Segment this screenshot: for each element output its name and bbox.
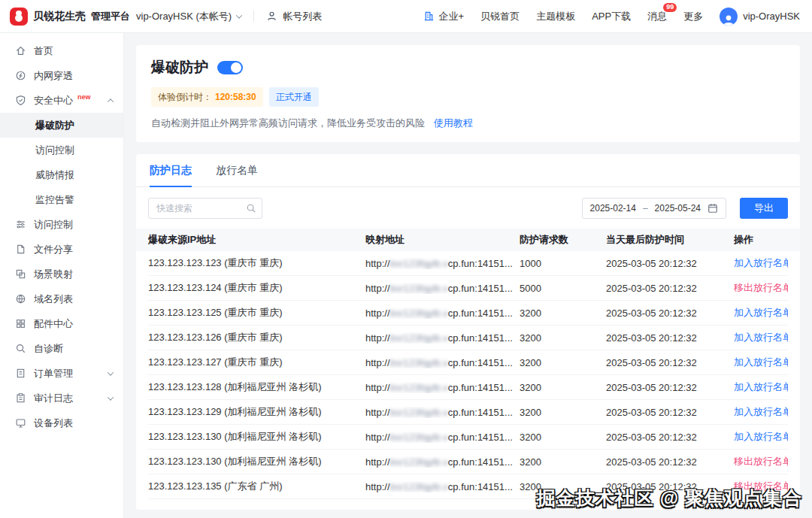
table-header-row: 爆破来源IP地址 映射地址 防护请求数 当天最后防护时间 操作	[136, 229, 800, 251]
add-to-allowlist-link[interactable]: 加入放行名单	[734, 332, 788, 343]
domain-list-icon	[15, 293, 27, 304]
sidebar-item-scene-mapping[interactable]: 场景映射	[0, 262, 123, 286]
diagnose-icon	[15, 343, 27, 354]
sidebar-item-self-diagnose[interactable]: 自诊断	[0, 336, 123, 361]
log-card: 防护日志 放行名单 2025-02-14 – 2025-05-24 导出	[136, 154, 800, 510]
last-protect-time: 2025-03-05 20:12:32	[606, 283, 734, 294]
sidebar-item-access-control[interactable]: 访问控制	[0, 212, 123, 237]
nav-theme-template[interactable]: 主题模板	[536, 10, 575, 23]
col-last-protect-time: 当天最后防护时间	[606, 233, 734, 247]
mapped-address: http://bsr123fqylb.vcp.fun:14151...	[365, 432, 520, 443]
sidebar-item-threat-intel[interactable]: 威胁情报	[0, 162, 123, 187]
sidebar-item-audit-log[interactable]: 审计日志	[0, 386, 123, 410]
top-header: 贝锐花生壳 管理平台 vip-OrayHSK (本帐号) 帐号列表 企业+ 贝锐…	[0, 0, 812, 33]
chevron-down-icon	[236, 12, 242, 18]
chevron-up-icon	[108, 98, 114, 105]
mapped-address: http://bsr123fqylb.vcp.fun:14151...	[365, 332, 520, 344]
sidebar-item-home[interactable]: 首页	[0, 38, 123, 63]
last-protect-time: 2025-03-05 20:12:32	[606, 382, 734, 393]
request-count: 3200	[520, 456, 606, 468]
last-protect-time: 2025-03-05 20:12:32	[606, 307, 734, 319]
sidebar-item-intranet-tunnel[interactable]: 内网穿透	[0, 63, 123, 88]
add-to-allowlist-link[interactable]: 加入放行名单	[734, 307, 788, 318]
request-count: 3200	[520, 432, 606, 443]
mapped-address-blurred: bsr123fqylb.v	[390, 283, 448, 294]
table-row: 123.123.123.130 (加利福尼亚州 洛杉矶) http://bsr1…	[148, 425, 788, 450]
sidebar: 首页 内网穿透 安全中心 new 爆破防护 访问控制 威胁情报 监控告警 访问控…	[0, 33, 124, 518]
last-protect-time: 2025-03-05 20:12:32	[606, 357, 734, 368]
tab-allow-list[interactable]: 放行名单	[216, 164, 258, 186]
mapped-address-blurred: bsr123fqylb.v	[390, 456, 448, 468]
mapped-address-blurred: bsr123fqylb.v	[390, 258, 448, 269]
sidebar-item-monitor-alert[interactable]: 监控告警	[0, 187, 123, 212]
add-to-allowlist-link[interactable]: 加入放行名单	[734, 406, 788, 417]
account-selector-label: vip-OrayHSK (本帐号)	[136, 10, 232, 23]
table-row: 123.123.123.129 (加利福尼亚州 洛杉矶) http://bsr1…	[148, 400, 788, 425]
sidebar-item-access-control-sub[interactable]: 访问控制	[0, 138, 123, 162]
user-account[interactable]: vip-OrayHSK	[720, 8, 800, 26]
table-toolbar: 2025-02-14 – 2025-05-24 导出	[136, 187, 800, 229]
col-source-ip: 爆破来源IP地址	[148, 233, 365, 247]
mapped-address-blurred: bsr123fqylb.v	[390, 432, 448, 443]
username-label: vip-OrayHSK	[743, 11, 800, 22]
remove-from-allowlist-link[interactable]: 移出放行名单	[734, 456, 788, 467]
source-ip: 123.123.123.128 (加利福尼亚州 洛杉矶)	[148, 380, 365, 394]
scene-mapping-icon	[15, 268, 27, 280]
last-protect-time: 2025-03-05 20:12:32	[606, 456, 734, 468]
last-protect-time: 2025-03-05 20:12:32	[606, 332, 734, 344]
tab-protection-log[interactable]: 防护日志	[150, 164, 192, 187]
nav-enterprise[interactable]: 企业+	[423, 10, 465, 23]
mapped-address: http://bsr123fqylb.vcp.fun:14151...	[365, 307, 520, 319]
sidebar-item-order-management[interactable]: 订单管理	[0, 361, 123, 386]
search-icon[interactable]	[246, 203, 256, 214]
mapped-address-blurred: bsr123fqylb.v	[390, 382, 448, 393]
remove-from-allowlist-link[interactable]: 移出放行名单	[734, 282, 788, 293]
nav-more[interactable]: 更多	[683, 10, 703, 23]
sidebar-item-domain-list[interactable]: 域名列表	[0, 286, 123, 311]
mapped-address-blurred: bsr123fqylb.v	[390, 307, 448, 319]
nav-app-download[interactable]: APP下载	[592, 10, 631, 23]
mapped-address: http://bsr123fqylb.vcp.fun:14151...	[365, 456, 520, 468]
export-button[interactable]: 导出	[740, 198, 788, 219]
account-list-button[interactable]: 帐号列表	[266, 10, 322, 23]
security-shield-icon	[15, 95, 27, 106]
activate-badge[interactable]: 正式开通	[269, 87, 319, 107]
calendar-icon	[707, 203, 718, 214]
source-ip: 123.123.123.135 (广东省 广州)	[148, 480, 365, 493]
page-title: 爆破防护	[151, 58, 208, 77]
sidebar-item-brute-force-protection[interactable]: 爆破防护	[0, 113, 123, 138]
source-ip: 123.123.123.130 (加利福尼亚州 洛杉矶)	[148, 430, 365, 444]
request-count: 1000	[520, 258, 606, 269]
mapped-address: http://bsr123fqylb.vcp.fun:14151...	[365, 407, 520, 418]
nav-oray-home[interactable]: 贝锐首页	[480, 10, 520, 23]
source-ip: 123.123.123.124 (重庆市 重庆)	[148, 281, 365, 295]
date-range-picker[interactable]: 2025-02-14 – 2025-05-24	[582, 198, 726, 219]
mapped-address: http://bsr123fqylb.vcp.fun:14151...	[365, 481, 520, 492]
add-to-allowlist-link[interactable]: 加入放行名单	[734, 431, 788, 442]
sidebar-item-device-list[interactable]: 设备列表	[0, 410, 123, 435]
tutorial-link[interactable]: 使用教程	[434, 117, 473, 129]
nav-messages-label: 消息	[647, 11, 667, 22]
add-to-allowlist-link[interactable]: 加入放行名单	[734, 381, 788, 392]
nav-messages[interactable]: 消息 99	[647, 10, 667, 23]
sidebar-item-addons-center[interactable]: 配件中心	[0, 311, 123, 336]
chevron-down-icon	[108, 394, 114, 400]
mapped-address-blurred: bsr123fqylb.v	[390, 332, 448, 344]
user-list-icon	[266, 11, 278, 22]
sidebar-item-file-share[interactable]: 文件分享	[0, 237, 123, 262]
main-content: 爆破防护 体验倒计时： 120:58:30 正式开通 自动检测并阻止外网异常高频…	[124, 33, 812, 518]
request-count: 3200	[520, 332, 606, 344]
brand-logo[interactable]: 贝锐花生壳 管理平台	[0, 8, 124, 26]
account-selector[interactable]: vip-OrayHSK (本帐号)	[136, 10, 241, 23]
file-share-icon	[15, 244, 27, 255]
add-to-allowlist-link[interactable]: 加入放行名单	[734, 356, 788, 368]
source-ip: 123.123.123.130 (加利福尼亚州 洛杉矶)	[148, 455, 365, 468]
sidebar-item-security-center[interactable]: 安全中心 new	[0, 88, 123, 113]
protection-toggle[interactable]	[217, 61, 243, 74]
table-row: 123.123.123.128 (加利福尼亚州 洛杉矶) http://bsr1…	[148, 375, 788, 400]
source-ip: 123.123.123.129 (加利福尼亚州 洛杉矶)	[148, 405, 365, 419]
table-row: 123.123.123.123 (重庆市 重庆) http://bsr123fq…	[148, 251, 788, 276]
watermark: 掘金技术社区 @ 聚焦观点集合	[537, 486, 802, 510]
date-end: 2025-05-24	[655, 203, 701, 214]
add-to-allowlist-link[interactable]: 加入放行名单	[734, 257, 788, 268]
